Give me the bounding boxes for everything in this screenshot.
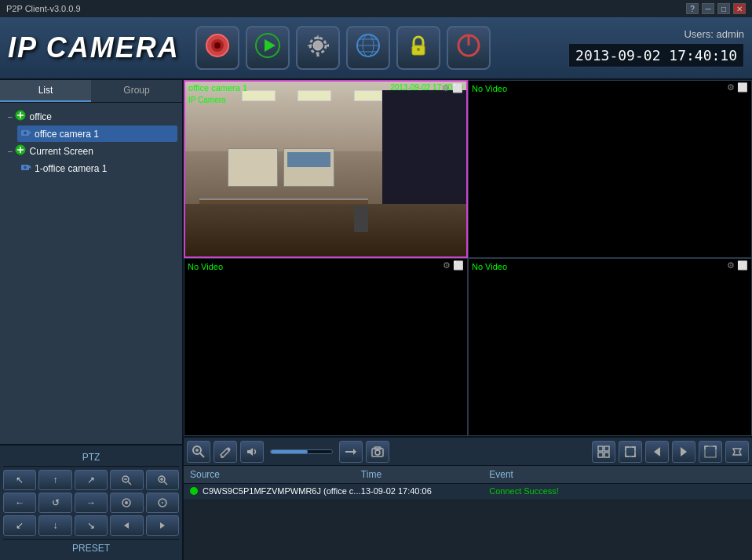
camera-button[interactable] bbox=[195, 26, 239, 70]
ptz-label: PTZ bbox=[3, 449, 179, 467]
tree-item-office[interactable]: – office bbox=[5, 107, 177, 125]
ptz-zoom-out-button[interactable] bbox=[110, 470, 143, 490]
volume-slider[interactable] bbox=[270, 449, 333, 454]
video-cell-3[interactable]: No Video ⚙ ⬜ bbox=[184, 258, 468, 436]
ptz-se-button[interactable]: ↘ bbox=[75, 515, 108, 536]
ptz-sw-button[interactable]: ↙ bbox=[3, 515, 36, 536]
ptz-focus-far-button[interactable] bbox=[146, 515, 179, 536]
ptz-w-button[interactable]: ← bbox=[3, 493, 36, 513]
tree-item-office-camera-1[interactable]: office camera 1 bbox=[17, 125, 177, 142]
vid2-btn2[interactable]: ⬜ bbox=[737, 82, 748, 93]
expand-button[interactable] bbox=[699, 441, 722, 463]
video-cell-2[interactable]: No Video ⚙ ⬜ bbox=[468, 80, 752, 258]
no-video-label-2: No Video bbox=[472, 84, 507, 93]
more-button[interactable] bbox=[725, 441, 749, 463]
users-label: Users: admin bbox=[568, 28, 744, 40]
event-text-0: Connect Success! bbox=[489, 486, 746, 496]
minimize-button[interactable]: ─ bbox=[702, 3, 714, 14]
cam-floor bbox=[185, 204, 466, 256]
svg-rect-52 bbox=[598, 446, 603, 451]
lock-button[interactable] bbox=[396, 26, 440, 70]
svg-line-29 bbox=[128, 482, 131, 485]
svg-line-42 bbox=[200, 453, 204, 457]
close-button[interactable]: ✕ bbox=[733, 3, 746, 14]
vid3-btn2[interactable]: ⬜ bbox=[453, 260, 464, 271]
app-version: P2P Client-v3.0.0.9 bbox=[6, 4, 81, 13]
video-cell-4[interactable]: No Video ⚙ ⬜ bbox=[468, 258, 752, 436]
events-col-event: Event bbox=[489, 469, 746, 480]
app-title: IP CAMERA bbox=[8, 31, 180, 64]
power-icon bbox=[454, 31, 483, 65]
ptz-ne-button[interactable]: ↗ bbox=[75, 470, 108, 490]
svg-line-32 bbox=[164, 482, 167, 485]
preset-label: PRESET bbox=[3, 539, 179, 557]
toolbar bbox=[195, 26, 568, 70]
network-icon bbox=[354, 31, 382, 65]
ptz-n-button[interactable]: ↑ bbox=[38, 470, 71, 490]
video-cell3-controls: ⚙ ⬜ bbox=[443, 260, 464, 271]
prev-button[interactable] bbox=[645, 441, 669, 463]
tree-label-office: office bbox=[30, 111, 52, 122]
ptz-nw-button[interactable]: ↖ bbox=[3, 470, 36, 490]
vid4-btn2[interactable]: ⬜ bbox=[737, 260, 748, 271]
tab-group[interactable]: Group bbox=[91, 80, 182, 102]
header: IP CAMERA bbox=[0, 17, 752, 80]
event-source-0: C9WS9C5P1MFZVMPWMR6J (office c... bbox=[190, 486, 361, 496]
svg-marker-20 bbox=[29, 131, 31, 134]
tab-list[interactable]: List bbox=[0, 80, 91, 102]
switch-button[interactable] bbox=[339, 441, 363, 463]
next-button[interactable] bbox=[672, 441, 695, 463]
settings-button[interactable] bbox=[296, 26, 340, 70]
vid4-btn1[interactable]: ⚙ bbox=[727, 260, 735, 271]
camera-icon-1-office-cam1 bbox=[20, 162, 31, 175]
ptz-reset-button[interactable]: ↺ bbox=[38, 493, 71, 513]
grid4-button[interactable] bbox=[592, 441, 615, 463]
events-header: Source Time Event bbox=[184, 466, 752, 484]
events-col-source: Source bbox=[190, 469, 361, 480]
svg-point-27 bbox=[24, 166, 27, 169]
event-indicator-0 bbox=[190, 487, 198, 495]
svg-rect-53 bbox=[604, 446, 609, 451]
svg-point-38 bbox=[162, 502, 163, 504]
help-button[interactable]: ? bbox=[686, 3, 699, 14]
ptz-iris-open-button[interactable] bbox=[146, 493, 179, 513]
vid3-btn1[interactable]: ⚙ bbox=[443, 260, 451, 271]
tree-children-current-screen: 1-office camera 1 bbox=[17, 160, 177, 176]
video-label-1: office camera 1 bbox=[188, 83, 247, 93]
light3 bbox=[354, 90, 382, 100]
left-panel: List Group – office bbox=[0, 80, 184, 560]
ptz-s-button[interactable]: ↓ bbox=[38, 515, 71, 536]
network-button[interactable] bbox=[346, 26, 390, 70]
play-button[interactable] bbox=[246, 26, 290, 70]
poster2 bbox=[283, 148, 334, 187]
svg-marker-39 bbox=[124, 522, 129, 529]
maximize-button[interactable]: □ bbox=[717, 3, 730, 14]
power-button[interactable] bbox=[447, 26, 491, 70]
svg-point-21 bbox=[24, 132, 27, 135]
svg-point-36 bbox=[125, 501, 128, 504]
volume-button[interactable] bbox=[240, 441, 264, 463]
tree-label-1-office-cam1: 1-office camera 1 bbox=[35, 163, 108, 174]
ptz-zoom-in-button[interactable] bbox=[146, 470, 179, 490]
ptz-e-button[interactable]: → bbox=[75, 493, 108, 513]
svg-rect-54 bbox=[598, 453, 603, 457]
tree-item-1-office-cam1[interactable]: 1-office camera 1 bbox=[17, 160, 177, 176]
video-cell1-controls: ⚙ ⬜ bbox=[442, 83, 463, 93]
edit-button[interactable] bbox=[214, 441, 237, 463]
tree-item-current-screen[interactable]: – Current Screen bbox=[5, 142, 177, 160]
capture-button[interactable] bbox=[366, 441, 389, 463]
svg-marker-57 bbox=[654, 447, 660, 456]
video-source-1: IP Camera bbox=[188, 96, 226, 104]
ptz-iris-close-button[interactable] bbox=[110, 493, 143, 513]
vid1-btn2[interactable]: ⬜ bbox=[452, 83, 463, 93]
vid2-btn1[interactable]: ⚙ bbox=[727, 82, 735, 93]
fullscreen-button[interactable] bbox=[619, 441, 642, 463]
zoom-button[interactable] bbox=[187, 441, 210, 463]
ptz-focus-near-button[interactable] bbox=[110, 515, 143, 536]
header-right: Users: admin 2013-09-02 17:40:10 bbox=[568, 28, 744, 67]
vid1-btn1[interactable]: ⚙ bbox=[442, 83, 450, 93]
video-grid: office camera 1 IP Camera 2013-09-02 17:… bbox=[184, 80, 752, 438]
tree-label-office-cam1: office camera 1 bbox=[35, 129, 99, 140]
ptz-controls: ↖ ↑ ↗ bbox=[3, 470, 179, 536]
video-cell-1[interactable]: office camera 1 IP Camera 2013-09-02 17:… bbox=[184, 80, 468, 258]
